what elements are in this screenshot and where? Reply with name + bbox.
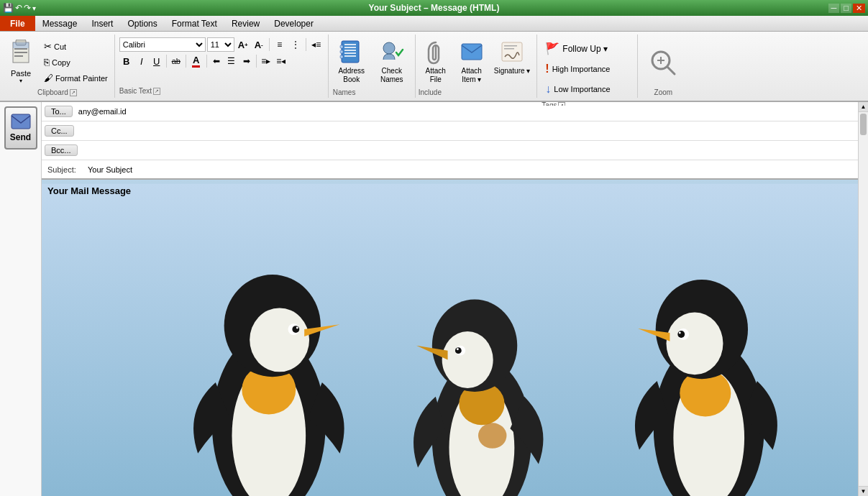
zoom-group: Zoom	[638, 35, 688, 98]
svg-rect-3	[14, 52, 27, 53]
cc-field-row: Cc...	[42, 121, 858, 141]
svg-rect-9	[340, 55, 343, 58]
align-right-btn[interactable]: ➡	[239, 54, 254, 68]
align-center-btn[interactable]: ☰	[224, 54, 239, 68]
send-panel: Send	[0, 102, 42, 496]
svg-rect-16	[462, 44, 482, 60]
high-importance-button[interactable]: ! High Importance	[542, 60, 633, 78]
indent-decrease-btn2[interactable]: ≡◂	[274, 54, 288, 68]
svg-rect-10	[344, 44, 356, 45]
svg-point-54	[679, 332, 681, 334]
increase-font-btn[interactable]: A+	[236, 37, 250, 52]
basic-text-expand-icon[interactable]: ↗	[153, 88, 160, 95]
subject-label: Subject:	[42, 165, 85, 174]
svg-point-53	[677, 331, 685, 338]
save-icon[interactable]: 💾	[3, 3, 14, 13]
svg-line-21	[667, 67, 675, 74]
font-size-select[interactable]: 11	[207, 37, 234, 52]
strikethrough-btn[interactable]: ab	[169, 54, 183, 68]
italic-btn[interactable]: I	[134, 54, 149, 68]
message-body[interactable]: Your Mail Message	[42, 180, 858, 496]
bcc-input[interactable]	[81, 144, 858, 156]
format-painter-button[interactable]: 🖌 Format Painter	[40, 70, 111, 86]
svg-point-42	[455, 347, 462, 354]
svg-rect-8	[340, 50, 343, 53]
copy-button[interactable]: ⎘ Copy	[40, 55, 111, 70]
redo-icon[interactable]: ↷	[24, 3, 31, 13]
file-tab[interactable]: File	[0, 16, 35, 31]
developer-tab[interactable]: Developer	[267, 16, 321, 32]
signature-button[interactable]: Signature ▾	[490, 36, 534, 79]
address-book-button[interactable]: AddressBook	[333, 36, 370, 88]
bold-btn[interactable]: B	[119, 54, 134, 68]
bcc-button[interactable]: Bcc...	[45, 144, 78, 156]
scroll-down-btn[interactable]: ▼	[859, 486, 868, 496]
clipboard-expand-icon[interactable]: ↗	[70, 89, 77, 96]
numbering-btn[interactable]: ⋮	[288, 37, 303, 52]
svg-point-51	[667, 312, 723, 375]
minimize-btn[interactable]: ─	[828, 4, 840, 13]
message-tab[interactable]: Message	[35, 16, 85, 32]
svg-rect-12	[344, 50, 356, 51]
customize-qa-icon[interactable]: ▾	[32, 4, 36, 12]
svg-point-33	[296, 327, 298, 329]
svg-point-43	[457, 348, 459, 350]
to-input[interactable]	[76, 106, 858, 117]
svg-point-30	[250, 308, 309, 372]
to-field-row: To...	[42, 102, 858, 121]
subject-input[interactable]	[85, 164, 858, 175]
follow-up-button[interactable]: 🚩 Follow Up ▾	[542, 39, 633, 58]
tags-group: 🚩 Follow Up ▾ ! High Importance ↓ Low Im…	[537, 35, 638, 98]
svg-rect-24	[12, 114, 30, 129]
svg-rect-14	[344, 55, 356, 57]
svg-rect-4	[14, 55, 23, 57]
zoom-button[interactable]	[646, 45, 680, 80]
svg-rect-5	[13, 42, 29, 48]
svg-rect-2	[14, 48, 27, 50]
svg-point-15	[383, 42, 395, 54]
font-color-btn[interactable]: A	[188, 54, 204, 68]
vertical-scrollbar[interactable]: ▲ ▼	[858, 102, 868, 496]
include-group: AttachFile AttachItem ▾	[416, 35, 538, 98]
subject-field-row: Subject:	[42, 160, 858, 180]
indent-increase-btn[interactable]: ≡▸	[259, 54, 273, 68]
attach-file-button[interactable]: AttachFile	[419, 36, 453, 88]
undo-icon[interactable]: ↶	[15, 3, 22, 13]
svg-point-44	[478, 423, 506, 449]
window-title: Your Subject – Message (HTML)	[369, 3, 500, 13]
cc-button[interactable]: Cc...	[45, 125, 74, 137]
clipboard-group: Paste ▾ ✂ Cut ⎘ Copy 🖌 Format Paint	[0, 35, 115, 98]
svg-point-40	[442, 331, 493, 388]
cut-button[interactable]: ✂ Cut	[40, 39, 111, 54]
svg-rect-11	[344, 47, 356, 48]
maximize-btn[interactable]: □	[841, 4, 851, 13]
svg-point-32	[292, 326, 299, 333]
decrease-font-btn[interactable]: A-	[252, 37, 266, 52]
svg-rect-13	[344, 52, 356, 54]
format-text-tab[interactable]: Format Text	[165, 16, 224, 32]
scroll-up-btn[interactable]: ▲	[859, 102, 868, 112]
basic-text-group: Calibri 11 A+ A- ≡ ⋮ ◂≡ B I U ab	[115, 35, 329, 98]
bcc-field-row: Bcc...	[42, 141, 858, 160]
scroll-thumb[interactable]	[860, 114, 867, 135]
insert-tab[interactable]: Insert	[84, 16, 120, 32]
to-button[interactable]: To...	[45, 106, 73, 117]
svg-rect-7	[340, 45, 343, 48]
review-tab[interactable]: Review	[224, 16, 267, 32]
align-left-btn[interactable]: ⬅	[209, 54, 224, 68]
svg-rect-19	[504, 48, 514, 50]
svg-rect-18	[504, 45, 517, 47]
decrease-indent-btn[interactable]: ◂≡	[309, 37, 324, 52]
paste-button[interactable]: Paste ▾	[3, 36, 39, 88]
names-group: AddressBook CheckNames Names	[329, 35, 416, 98]
check-names-button[interactable]: CheckNames	[373, 36, 411, 88]
bullets-btn[interactable]: ≡	[273, 37, 287, 52]
font-select[interactable]: Calibri	[119, 37, 206, 52]
attach-item-button[interactable]: AttachItem ▾	[454, 36, 489, 88]
underline-btn[interactable]: U	[150, 54, 164, 68]
close-btn[interactable]: ✕	[853, 4, 865, 13]
cc-input[interactable]	[77, 125, 858, 137]
send-button[interactable]: Send	[4, 106, 37, 150]
low-importance-button[interactable]: ↓ Low Importance	[542, 80, 633, 98]
options-tab[interactable]: Options	[120, 16, 164, 32]
